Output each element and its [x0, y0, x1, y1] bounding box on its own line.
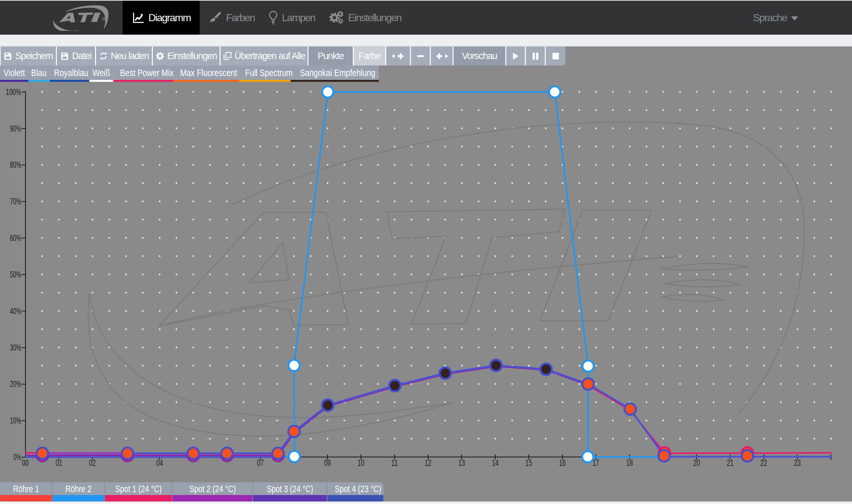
svg-text:07: 07 — [257, 458, 264, 468]
svg-text:23: 23 — [794, 458, 801, 468]
svg-text:15: 15 — [525, 458, 532, 468]
svg-text:09: 09 — [324, 458, 331, 468]
svg-text:90%: 90% — [10, 124, 21, 133]
svg-text:10%: 10% — [10, 416, 21, 426]
svg-text:12: 12 — [425, 458, 432, 468]
svg-text:13: 13 — [458, 458, 465, 468]
svg-text:30%: 30% — [10, 343, 21, 353]
svg-text:14: 14 — [492, 458, 499, 468]
svg-text:60%: 60% — [10, 233, 21, 243]
svg-text:80%: 80% — [10, 160, 21, 170]
svg-text:18: 18 — [626, 458, 633, 468]
svg-text:50%: 50% — [10, 270, 21, 280]
svg-text:01: 01 — [55, 458, 62, 468]
svg-text:70%: 70% — [10, 197, 21, 206]
svg-text:11: 11 — [391, 458, 398, 468]
svg-text:20: 20 — [693, 458, 700, 468]
svg-text:10: 10 — [358, 458, 364, 468]
svg-text:21: 21 — [727, 458, 733, 468]
svg-text:04: 04 — [156, 458, 163, 468]
svg-text:20%: 20% — [10, 379, 21, 389]
svg-text:22: 22 — [761, 458, 767, 468]
svg-text:40%: 40% — [10, 306, 21, 316]
svg-text:16: 16 — [559, 458, 566, 468]
svg-text:0%: 0% — [14, 452, 21, 462]
svg-text:02: 02 — [89, 458, 96, 468]
svg-text:100%: 100% — [6, 87, 21, 97]
svg-text:00: 00 — [22, 458, 29, 468]
